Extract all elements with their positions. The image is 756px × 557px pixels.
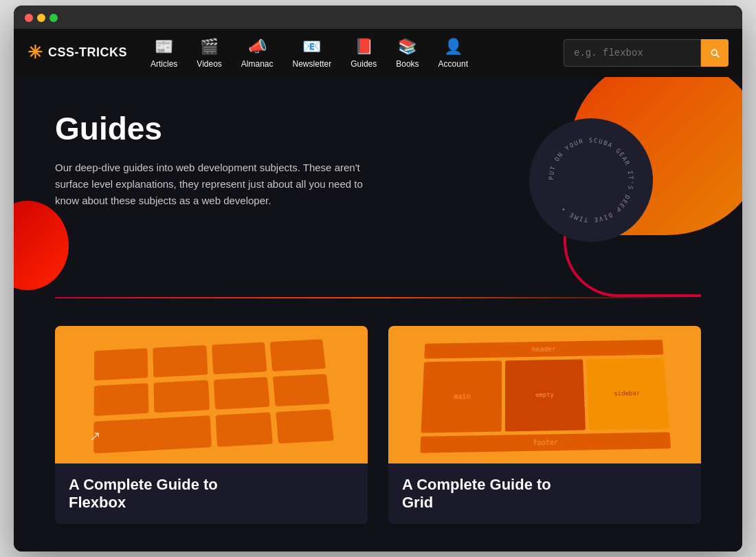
grid-card-image: header main empty sidebar footer (388, 326, 701, 463)
deco-red-circle (14, 201, 69, 290)
page-title: Guides (55, 111, 701, 146)
guides-icon: 📕 (353, 37, 375, 56)
browser-chrome (14, 6, 742, 29)
flex-cell (212, 342, 267, 373)
cards-section: ↗ A Complete Guide toFlexbox header main… (14, 298, 742, 552)
grid-card-footer: A Complete Guide toGrid (388, 463, 701, 525)
search-button[interactable] (701, 39, 729, 67)
nav-label-guides: Guides (351, 59, 377, 69)
guide-card-flexbox[interactable]: ↗ A Complete Guide toFlexbox (55, 326, 368, 525)
logo-star-icon: ✳ (27, 42, 43, 63)
flex-cell (276, 409, 334, 444)
articles-icon: 📰 (153, 37, 175, 56)
flex-cell (154, 380, 210, 413)
nav-label-articles: Articles (151, 59, 177, 69)
grid-empty-cell: empty (505, 359, 586, 431)
nav-item-almanac[interactable]: 📣 Almanac (232, 32, 283, 74)
browser-window: ✳ CSS-TRICKS 📰 Articles 🎬 Videos 📣 Alman… (14, 6, 742, 552)
dot-minimize[interactable] (37, 14, 45, 22)
videos-icon: 🎬 (199, 37, 221, 56)
navbar: ✳ CSS-TRICKS 📰 Articles 🎬 Videos 📣 Alman… (14, 29, 742, 77)
nav-item-books[interactable]: 📚 Books (386, 32, 428, 74)
flex-cell (93, 382, 148, 416)
svg-text:PUT ON YOUR SCUBA GEAR IT'S DE: PUT ON YOUR SCUBA GEAR IT'S DEEP DIVE TI… (548, 137, 634, 223)
flexbox-card-title: A Complete Guide toFlexbox (69, 476, 354, 512)
grid-main-cell: main (421, 360, 502, 433)
search-input[interactable] (564, 39, 701, 67)
flexbox-grid (93, 339, 334, 453)
newsletter-icon: 📧 (301, 37, 323, 56)
flexbox-illustration: ↗ (55, 326, 368, 463)
flexbox-card-footer: A Complete Guide toFlexbox (55, 463, 368, 525)
dot-maximize[interactable] (49, 14, 58, 22)
flex-cell (215, 413, 273, 447)
account-icon: 👤 (442, 37, 464, 56)
search-area (564, 39, 729, 67)
flex-cell (93, 415, 211, 453)
nav-label-newsletter: Newsletter (293, 59, 332, 69)
logo-text: CSS-TRICKS (48, 45, 127, 60)
almanac-icon: 📣 (246, 37, 268, 56)
hero-description: Our deep-dive guides into web developmen… (55, 160, 385, 209)
nav-label-almanac: Almanac (241, 59, 274, 69)
nav-item-account[interactable]: 👤 Account (429, 32, 478, 74)
nav-item-articles[interactable]: 📰 Articles (141, 32, 187, 74)
search-icon (709, 47, 720, 58)
flexbox-card-image: ↗ (55, 326, 368, 463)
flex-cell (269, 339, 326, 371)
hero-section: PUT ON YOUR SCUBA GEAR IT'S DEEP DIVE TI… (14, 77, 742, 297)
nav-item-newsletter[interactable]: 📧 Newsletter (283, 32, 342, 74)
nav-label-videos: Videos (197, 59, 221, 69)
guide-card-grid[interactable]: header main empty sidebar footer A Compl… (388, 326, 701, 525)
flex-cell (153, 345, 208, 378)
grid-header-cell: header (424, 340, 663, 359)
css-grid-demo: header main empty sidebar footer (420, 340, 671, 453)
browser-dots (25, 14, 731, 22)
nav-items: 📰 Articles 🎬 Videos 📣 Almanac 📧 Newslett… (141, 32, 564, 74)
flex-arrow-icon: ↗ (89, 428, 101, 444)
main-content: PUT ON YOUR SCUBA GEAR IT'S DEEP DIVE TI… (14, 77, 742, 552)
nav-item-guides[interactable]: 📕 Guides (341, 32, 386, 74)
flex-cell (94, 348, 148, 380)
grid-sidebar-cell: sidebar (586, 358, 669, 430)
grid-card-title: A Complete Guide toGrid (402, 476, 687, 512)
nav-label-books: Books (396, 59, 419, 69)
dot-close[interactable] (25, 14, 33, 22)
logo[interactable]: ✳ CSS-TRICKS (27, 42, 127, 63)
flex-cell (213, 376, 269, 409)
flex-cell (273, 373, 330, 406)
books-icon: 📚 (397, 37, 419, 56)
nav-item-videos[interactable]: 🎬 Videos (187, 32, 231, 74)
nav-label-account: Account (438, 59, 468, 69)
grid-illustration: header main empty sidebar footer (388, 326, 701, 463)
grid-footer-cell: footer (420, 432, 671, 452)
